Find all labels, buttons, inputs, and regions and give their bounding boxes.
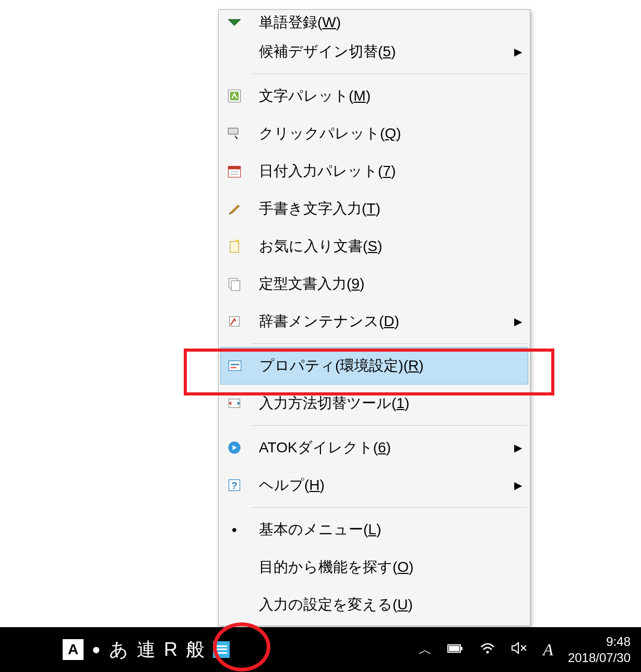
template-doc-icon [220, 265, 248, 303]
svg-rect-5 [228, 166, 240, 170]
properties-icon [221, 347, 249, 384]
system-tray: ︿ A 9:48 2018/07/30 [419, 633, 641, 666]
menu-item-basic-menu[interactable]: ● 基本のメニュー(L) [220, 511, 528, 548]
menu-item-atok-direct[interactable]: ATOKダイレクト(6) ▶ [220, 429, 528, 466]
submenu-arrow-icon: ▶ [507, 45, 528, 58]
menu-item-input-switch[interactable]: 入力方法切替ツール(1) [220, 385, 528, 422]
ime-mode-hiragana[interactable]: あ [109, 637, 128, 663]
menu-label: 基本のメニュー(L) [248, 520, 528, 539]
menu-label: ATOKダイレクト(6) [248, 438, 507, 458]
svg-rect-21 [460, 647, 462, 650]
submenu-arrow-icon: ▶ [507, 315, 528, 328]
menu-label: 日付入力パレット(7) [248, 161, 528, 181]
input-switch-icon [220, 385, 248, 422]
clock-time: 9:48 [568, 633, 631, 650]
char-palette-icon [220, 77, 248, 115]
submenu-arrow-icon: ▶ [507, 441, 528, 454]
menu-label: 文字パレット(M) [248, 86, 528, 106]
ime-mode-han[interactable]: 般 [186, 637, 205, 663]
menu-label: 入力方法切替ツール(1) [248, 393, 528, 413]
svg-rect-8 [230, 242, 239, 253]
ime-status-dot[interactable]: ● [92, 641, 101, 658]
menu-label: プロパティ(環境設定)(R) [249, 356, 528, 376]
menu-item-properties[interactable]: プロパティ(環境設定)(R) [220, 347, 528, 385]
ime-mode-r[interactable]: R [164, 639, 177, 661]
menu-separator [252, 425, 527, 426]
context-menu: 単語登録(W) 候補デザイン切替(5) ▶ 文字パレット(M) クリックパレット… [218, 9, 530, 626]
date-palette-icon [220, 152, 248, 190]
taskbar: A ● あ 連 R 般 ︿ A 9:48 2018/07/30 [0, 627, 641, 672]
menu-item-click-palette[interactable]: クリックパレット(Q) [220, 115, 528, 152]
svg-rect-3 [228, 128, 238, 135]
svg-rect-13 [229, 361, 241, 371]
menu-label: 定型文書入力(9) [248, 274, 528, 294]
menu-item-template-doc[interactable]: 定型文書入力(9) [220, 265, 528, 303]
wifi-icon[interactable] [479, 641, 496, 659]
help-icon: ? [220, 466, 248, 504]
down-triangle-icon [220, 12, 248, 33]
menu-label: 手書き文字入力(T) [248, 199, 528, 219]
submenu-arrow-icon: ▶ [507, 479, 528, 491]
ime-menu-button[interactable] [213, 641, 230, 658]
bullet-icon: ● [220, 511, 248, 548]
menu-label: 入力の設定を変える(U) [248, 595, 528, 615]
menu-item-word-register[interactable]: 単語登録(W) [220, 12, 528, 33]
svg-marker-0 [229, 19, 240, 25]
ime-indicator-icon[interactable]: A [543, 640, 553, 659]
menu-label: ヘルプ(H) [248, 475, 507, 495]
click-palette-icon [220, 115, 248, 152]
menu-item-help[interactable]: ? ヘルプ(H) ▶ [220, 466, 528, 504]
handwriting-icon [220, 190, 248, 227]
menu-item-candidate-design[interactable]: 候補デザイン切替(5) ▶ [220, 33, 528, 70]
menu-label: お気に入り文書(S) [248, 236, 528, 256]
menu-separator [252, 74, 527, 74]
menu-item-char-palette[interactable]: 文字パレット(M) [220, 77, 528, 115]
menu-item-dictionary[interactable]: 辞書メンテナンス(D) ▶ [220, 303, 528, 340]
ime-language-bar: A ● あ 連 R 般 [63, 637, 230, 663]
menu-label: 辞書メンテナンス(D) [248, 311, 507, 331]
menu-separator [252, 507, 527, 508]
taskbar-clock[interactable]: 9:48 2018/07/30 [568, 633, 631, 666]
menu-label: 目的から機能を探す(O) [248, 557, 528, 577]
svg-text:?: ? [231, 480, 237, 491]
menu-item-handwriting[interactable]: 手書き文字入力(T) [220, 190, 528, 227]
ime-mode-ren[interactable]: 連 [137, 637, 156, 663]
atok-app-icon[interactable]: A [63, 639, 84, 660]
svg-point-23 [486, 651, 489, 653]
atok-direct-icon [220, 429, 248, 466]
clock-date: 2018/07/30 [568, 650, 631, 666]
menu-separator [252, 343, 527, 344]
tray-chevron-icon[interactable]: ︿ [419, 641, 432, 659]
battery-icon[interactable] [447, 641, 465, 658]
menu-item-change-input-settings[interactable]: 入力の設定を変える(U) [220, 586, 528, 623]
menu-label: 候補デザイン切替(5) [248, 42, 507, 62]
favorite-doc-icon [220, 227, 248, 265]
menu-item-favorite-doc[interactable]: お気に入り文書(S) [220, 227, 528, 265]
volume-mute-icon[interactable] [511, 641, 528, 659]
menu-item-date-palette[interactable]: 日付入力パレット(7) [220, 152, 528, 190]
menu-item-find-by-purpose[interactable]: 目的から機能を探す(O) [220, 548, 528, 586]
menu-label: クリックパレット(Q) [248, 124, 528, 143]
menu-label: 単語登録(W) [248, 13, 528, 32]
dictionary-icon [220, 303, 248, 340]
svg-rect-11 [231, 281, 240, 291]
svg-rect-22 [449, 646, 459, 651]
